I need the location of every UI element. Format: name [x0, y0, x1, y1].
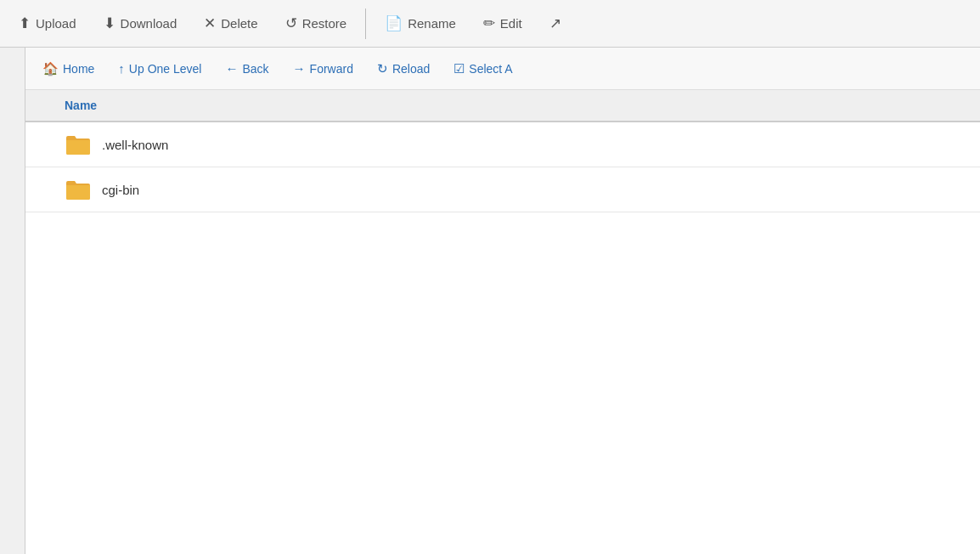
file-table: Name .well-known cgi-bin — [25, 90, 980, 554]
upload-label: Upload — [36, 16, 76, 31]
file-name: cgi-bin — [102, 183, 139, 197]
reload-label: Reload — [392, 62, 430, 76]
folder-icon — [65, 133, 92, 156]
table-row[interactable]: .well-known — [25, 122, 980, 167]
reload-button[interactable]: ↻ Reload — [367, 55, 440, 82]
restore-label: Restore — [302, 16, 347, 31]
home-label: Home — [63, 62, 94, 76]
back-label: Back — [242, 62, 268, 76]
layout: 🏠 Home ↑ Up One Level ← Back → Forward ↻… — [0, 48, 980, 554]
main-content: 🏠 Home ↑ Up One Level ← Back → Forward ↻… — [25, 48, 980, 554]
nav-bar: 🏠 Home ↑ Up One Level ← Back → Forward ↻… — [25, 48, 980, 90]
toolbar: ⬆ Upload ⬇ Download ✕ Delete ↺ Restore 📄… — [0, 0, 980, 48]
download-icon: ⬇ — [104, 14, 115, 32]
table-header: Name — [25, 90, 980, 122]
sidebar — [0, 48, 25, 554]
restore-icon: ↺ — [285, 14, 297, 32]
rename-button[interactable]: 📄 Rename — [373, 8, 468, 39]
back-icon: ← — [225, 61, 238, 76]
delete-button[interactable]: ✕ Delete — [192, 8, 269, 39]
forward-button[interactable]: → Forward — [283, 55, 363, 82]
home-button[interactable]: 🏠 Home — [32, 55, 104, 82]
restore-button[interactable]: ↺ Restore — [273, 8, 359, 39]
select-all-icon: ☑ — [453, 61, 465, 76]
forward-icon: → — [293, 61, 306, 76]
select-all-label: Select A — [469, 62, 512, 76]
delete-icon: ✕ — [204, 14, 216, 32]
reload-icon: ↻ — [377, 61, 388, 76]
table-row[interactable]: cgi-bin — [25, 167, 980, 212]
delete-label: Delete — [221, 16, 257, 31]
rename-icon: 📄 — [385, 14, 403, 32]
file-name: .well-known — [102, 138, 168, 152]
download-label: Download — [121, 16, 177, 31]
home-icon: 🏠 — [42, 61, 59, 76]
select-all-button[interactable]: ☑ Select A — [443, 55, 522, 82]
up-one-level-label: Up One Level — [129, 62, 202, 76]
edit-label: Edit — [500, 16, 522, 31]
folder-icon — [65, 178, 92, 201]
up-one-level-button[interactable]: ↑ Up One Level — [108, 55, 211, 82]
up-one-level-icon: ↑ — [118, 61, 125, 76]
more-button[interactable]: ↗ — [538, 8, 573, 39]
download-button[interactable]: ⬇ Download — [92, 8, 189, 39]
more-icon: ↗ — [549, 14, 561, 32]
header-name-col: Name — [65, 99, 966, 112]
forward-label: Forward — [310, 62, 353, 76]
upload-button[interactable]: ⬆ Upload — [7, 8, 88, 39]
edit-icon: ✏ — [483, 14, 495, 32]
rename-label: Rename — [408, 16, 456, 31]
toolbar-divider — [365, 8, 366, 39]
upload-icon: ⬆ — [19, 14, 31, 32]
name-column-header: Name — [65, 99, 97, 112]
back-button[interactable]: ← Back — [215, 55, 279, 82]
edit-button[interactable]: ✏ Edit — [471, 8, 534, 39]
